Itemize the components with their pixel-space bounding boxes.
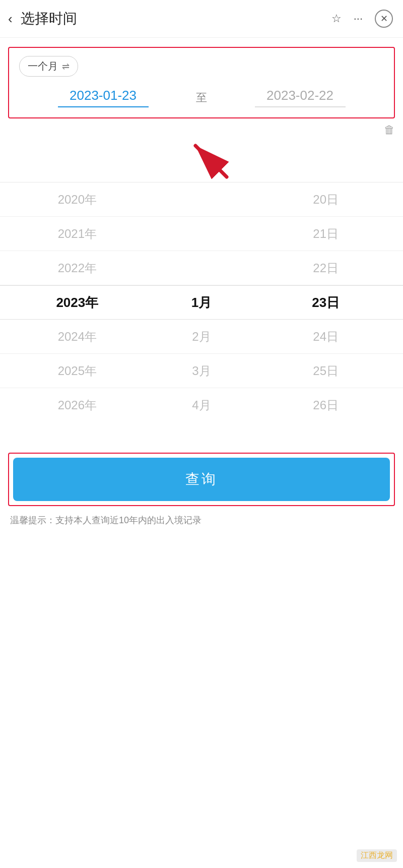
start-date-value: 2023-01-23 xyxy=(58,88,149,107)
header: ‹ 选择时间 ☆ ··· ✕ xyxy=(0,0,403,38)
page-title: 选择时间 xyxy=(21,9,331,28)
svg-line-1 xyxy=(195,146,227,177)
date-range-box: 一个月 ⇌ 2023-01-23 至 2023-02-22 xyxy=(8,47,395,118)
close-icon[interactable]: ✕ xyxy=(375,10,393,28)
picker-row: 2020年 20日 xyxy=(0,182,403,217)
picker-row: 2022年 22日 xyxy=(0,251,403,285)
swap-icon: ⇌ xyxy=(62,61,70,72)
query-button[interactable]: 查询 xyxy=(13,458,390,501)
start-date-field[interactable]: 2023-01-23 xyxy=(19,88,187,107)
end-date-field[interactable]: 2023-02-22 xyxy=(216,88,384,107)
day-cell: 24日 xyxy=(263,329,388,345)
date-separator: 至 xyxy=(187,90,216,105)
picker-selected-row: 2023年 1月 23日 xyxy=(0,285,403,320)
end-date-value: 2023-02-22 xyxy=(255,88,346,107)
preset-button[interactable]: 一个月 ⇌ xyxy=(19,56,78,77)
year-cell: 2021年 xyxy=(15,226,140,242)
more-icon[interactable]: ··· xyxy=(354,12,363,25)
date-inputs-row: 2023-01-23 至 2023-02-22 xyxy=(19,88,384,107)
watermark: 江西龙网 xyxy=(357,849,397,862)
red-arrow-icon xyxy=(186,137,232,182)
arrow-annotation xyxy=(0,137,403,182)
delete-row: 🗑 xyxy=(0,118,403,137)
delete-icon[interactable]: 🗑 xyxy=(384,123,395,137)
day-cell: 21日 xyxy=(263,226,388,242)
header-icons: ☆ ··· ✕ xyxy=(331,10,393,28)
back-button[interactable]: ‹ xyxy=(8,11,13,27)
day-cell: 22日 xyxy=(263,260,388,276)
picker-row: 2025年 3月 25日 xyxy=(0,354,403,388)
month-cell: 3月 xyxy=(140,363,264,379)
preset-label: 一个月 xyxy=(28,59,58,73)
year-cell: 2024年 xyxy=(15,329,140,345)
month-cell: 2月 xyxy=(140,329,264,345)
year-cell-selected: 2023年 xyxy=(15,294,140,312)
month-cell: 4月 xyxy=(140,397,264,413)
query-button-wrap: 查询 xyxy=(8,453,395,506)
year-cell: 2020年 xyxy=(15,192,140,208)
day-cell-selected: 23日 xyxy=(263,294,388,312)
year-cell: 2025年 xyxy=(15,363,140,379)
year-cell: 2026年 xyxy=(15,397,140,413)
picker-section: 2020年 20日 2021年 21日 2022年 22日 2023年 1月 2… xyxy=(0,182,403,422)
bookmark-icon[interactable]: ☆ xyxy=(331,12,342,25)
day-cell: 20日 xyxy=(263,192,388,208)
day-cell: 25日 xyxy=(263,363,388,379)
day-cell: 26日 xyxy=(263,397,388,413)
picker-row: 2024年 2月 24日 xyxy=(0,320,403,354)
year-cell: 2022年 xyxy=(15,260,140,276)
picker-row: 2021年 21日 xyxy=(0,217,403,251)
spacer xyxy=(0,422,403,453)
picker-row: 2026年 4月 26日 xyxy=(0,388,403,422)
tip-text: 温馨提示：支持本人查询近10年内的出入境记录 xyxy=(0,506,403,534)
month-cell-selected: 1月 xyxy=(140,294,264,312)
